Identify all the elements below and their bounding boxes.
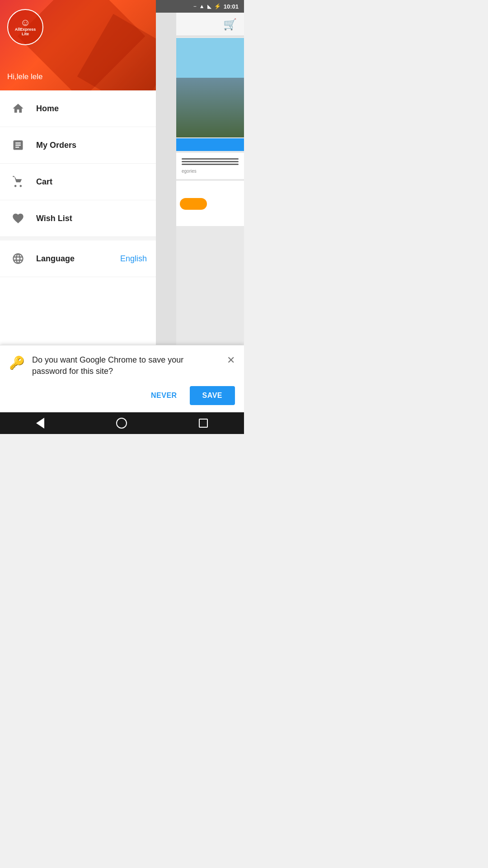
menu-item-home[interactable]: Home: [0, 90, 156, 127]
status-time: 10:01: [224, 3, 239, 10]
logo-text: AllExpress Lite: [15, 28, 36, 37]
menu-item-language[interactable]: Language English: [0, 241, 156, 277]
menu-home-label: Home: [36, 104, 59, 113]
battery-icon: ⚡: [214, 3, 221, 9]
dialog-top-row: 🔑 Do you want Google Chrome to save your…: [9, 354, 235, 377]
status-bar-right: − ▲ ◣ ⚡ 10:01: [193, 3, 239, 10]
signal-icon: ◣: [207, 3, 211, 9]
app-bar: 🛒: [176, 13, 244, 36]
logo: ☺ AllExpress Lite: [7, 9, 43, 45]
background-panel: egories: [176, 153, 244, 179]
categories-text: egories: [180, 167, 240, 175]
never-button[interactable]: NEVER: [144, 387, 184, 404]
background-blue-bar: [176, 138, 244, 151]
background-panel-2: [176, 181, 244, 226]
menu-item-orders[interactable]: My Orders: [0, 127, 156, 164]
dialog-buttons: NEVER SAVE: [9, 386, 235, 405]
logo-smile-icon: ☺: [20, 18, 30, 28]
menu-item-cart[interactable]: Cart: [0, 164, 156, 200]
minus-icon: −: [193, 3, 197, 9]
menu-cart-label: Cart: [36, 177, 52, 187]
cart-icon[interactable]: 🛒: [223, 18, 237, 31]
menu-orders-label: My Orders: [36, 141, 76, 150]
nav-back-button[interactable]: [25, 414, 55, 432]
bottom-nav: [0, 412, 244, 434]
nav-home-button[interactable]: [105, 414, 138, 432]
dialog-message: Do you want Google Chrome to save your p…: [32, 354, 220, 377]
drawer-header: ☺ AllExpress Lite Hi,lele lele: [0, 0, 156, 90]
language-value: English: [120, 254, 147, 264]
save-button[interactable]: SAVE: [190, 386, 235, 405]
menu-divider: [0, 237, 156, 241]
wifi-icon: ▲: [199, 3, 205, 9]
nav-recent-button[interactable]: [188, 415, 219, 431]
home-icon: [9, 99, 27, 118]
drawer-greeting: Hi,lele lele: [7, 72, 42, 81]
menu-item-wishlist[interactable]: Wish List: [0, 200, 156, 237]
recent-square-icon: [199, 419, 208, 428]
orders-icon: [9, 136, 27, 154]
hamburger-icon: [180, 156, 240, 167]
background-orange-button: [180, 198, 207, 210]
heart-icon: [9, 209, 27, 227]
globe-icon: [9, 250, 27, 268]
menu-language-label: Language: [36, 254, 75, 264]
password-dialog: 🔑 Do you want Google Chrome to save your…: [0, 345, 244, 412]
home-circle-icon: [116, 418, 127, 429]
menu-wishlist-label: Wish List: [36, 214, 72, 223]
background-image: [176, 38, 244, 137]
cart-menu-icon: [9, 173, 27, 191]
dialog-close-button[interactable]: ✕: [227, 354, 235, 366]
back-triangle-icon: [36, 418, 44, 429]
key-icon: 🔑: [9, 355, 25, 370]
